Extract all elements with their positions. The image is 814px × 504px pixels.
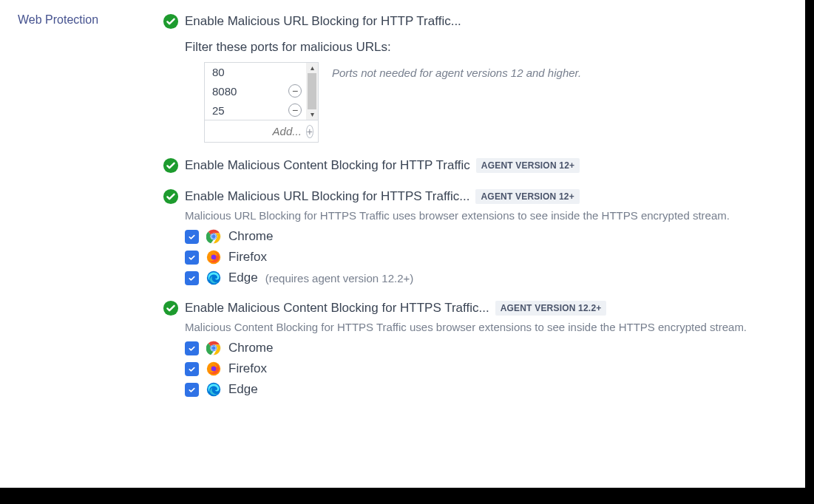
add-port-button[interactable]: +	[306, 125, 313, 138]
browser-note: (requires agent version 12.2+)	[265, 272, 414, 285]
ports-list-box: 80 8080 − 25 − ▴ ▾	[204, 62, 319, 143]
agent-version-badge: AGENT VERSION 12.2+	[495, 301, 607, 316]
port-value: 8080	[212, 85, 237, 98]
edge-icon	[206, 382, 221, 397]
browser-item: Chrome	[185, 341, 814, 355]
setting-description: Malicious Content Blocking for HTTPS Tra…	[185, 321, 814, 333]
browser-checkbox[interactable]	[185, 362, 199, 376]
port-item[interactable]: 8080 −	[205, 81, 318, 101]
filter-ports-label: Filter these ports for malicious URLs:	[185, 40, 814, 55]
scroll-thumb[interactable]	[308, 73, 316, 109]
browser-checkbox[interactable]	[185, 230, 199, 244]
chrome-icon	[206, 341, 221, 355]
svg-point-14	[211, 346, 215, 350]
scroll-down-icon[interactable]: ▾	[311, 109, 314, 120]
browser-label: Firefox	[228, 361, 267, 376]
enabled-check-icon	[163, 300, 179, 316]
sidebar-section-label: Web Protection	[0, 13, 163, 504]
setting-title: Enable Malicious Content Blocking for HT…	[185, 301, 489, 316]
ports-note: Ports not needed for agent versions 12 a…	[332, 62, 581, 79]
svg-point-6	[211, 234, 215, 238]
setting-https-content-blocking: Enable Malicious Content Blocking for HT…	[163, 300, 814, 397]
browser-label: Chrome	[228, 229, 273, 244]
browser-item: Firefox	[185, 361, 814, 376]
browser-checkbox[interactable]	[185, 271, 199, 285]
chrome-icon	[206, 229, 221, 244]
add-port-input[interactable]	[159, 124, 303, 138]
port-value: 25	[212, 104, 225, 117]
browser-label: Edge	[228, 270, 258, 285]
setting-description: Malicious URL Blocking for HTTPS Traffic…	[185, 209, 814, 222]
enabled-check-icon	[163, 157, 179, 174]
firefox-icon	[206, 361, 221, 376]
setting-https-url-blocking: Enable Malicious URL Blocking for HTTPS …	[163, 188, 814, 285]
setting-title: Enable Malicious Content Blocking for HT…	[185, 158, 470, 173]
svg-point-16	[211, 367, 217, 372]
port-item[interactable]: 80	[205, 63, 318, 81]
port-value: 80	[212, 66, 225, 78]
browser-checkbox[interactable]	[185, 341, 199, 355]
page-shadow	[0, 488, 814, 504]
scroll-up-icon[interactable]: ▴	[311, 63, 314, 73]
browser-label: Firefox	[228, 250, 267, 265]
browser-label: Chrome	[228, 341, 273, 355]
browser-item: Edge(requires agent version 12.2+)	[185, 270, 814, 285]
enabled-check-icon	[163, 13, 179, 30]
edge-icon	[206, 270, 221, 285]
ports-scrollbar[interactable]: ▴ ▾	[306, 63, 318, 120]
setting-title: Enable Malicious URL Blocking for HTTPS …	[185, 189, 469, 204]
enabled-check-icon	[163, 188, 179, 205]
svg-point-8	[211, 255, 217, 260]
page-shadow	[805, 0, 814, 504]
remove-port-button[interactable]: −	[288, 84, 302, 98]
remove-port-button[interactable]: −	[288, 103, 302, 117]
browser-item: Edge	[185, 382, 814, 397]
agent-version-badge: AGENT VERSION 12+	[476, 158, 580, 173]
browser-item: Firefox	[185, 250, 814, 265]
port-item[interactable]: 25 −	[205, 101, 318, 120]
browser-label: Edge	[228, 382, 258, 397]
setting-title: Enable Malicious URL Blocking for HTTP T…	[185, 14, 461, 29]
browser-checkbox[interactable]	[185, 251, 199, 265]
browser-checkbox[interactable]	[185, 383, 199, 397]
setting-http-url-blocking: Enable Malicious URL Blocking for HTTP T…	[163, 13, 814, 143]
firefox-icon	[206, 250, 221, 265]
setting-http-content-blocking: Enable Malicious Content Blocking for HT…	[163, 157, 814, 174]
browser-item: Chrome	[185, 229, 814, 244]
agent-version-badge: AGENT VERSION 12+	[475, 189, 579, 204]
